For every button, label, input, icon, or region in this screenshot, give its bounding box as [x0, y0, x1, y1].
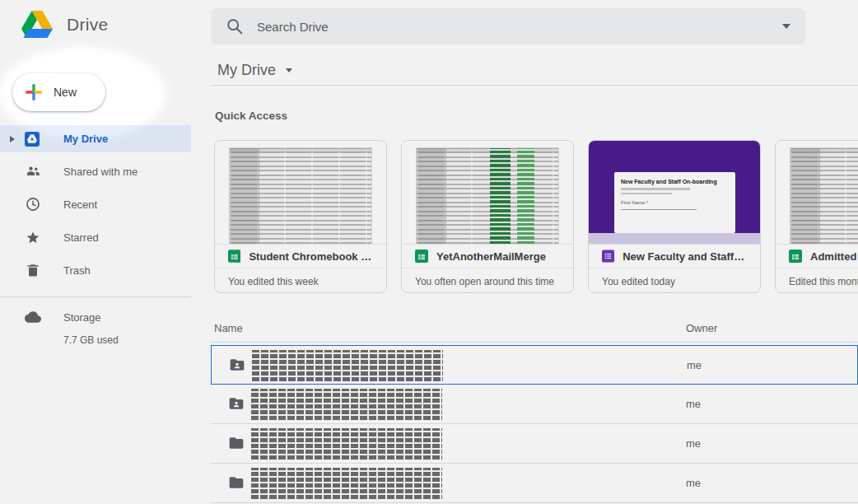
quick-access-heading: Quick Access — [215, 110, 287, 122]
file-thumbnail: New Faculty and Staff On-boarding First … — [589, 141, 760, 245]
new-button[interactable]: New — [12, 73, 105, 111]
sidebar-divider — [0, 296, 191, 297]
file-reason: Edited this mont — [776, 268, 858, 293]
redacted-file-name — [252, 350, 443, 381]
file-thumbnail — [215, 141, 386, 245]
file-reason: You often open around this time — [402, 268, 573, 293]
google-drive-app: Drive My Drive Shared with me — [0, 0, 858, 504]
people-icon — [25, 163, 41, 180]
shared-folder-icon — [229, 357, 245, 373]
my-drive-icon — [25, 132, 40, 147]
sidebar-item-label: My Drive — [63, 133, 108, 145]
page-title[interactable]: My Drive — [217, 62, 292, 79]
sheets-icon — [228, 250, 240, 263]
sidebar-item-recent[interactable]: Recent — [0, 188, 191, 221]
trash-icon — [25, 262, 41, 278]
page-title-text: My Drive — [217, 62, 276, 79]
file-title: Admitted S — [810, 250, 858, 263]
cloud-icon — [25, 309, 41, 329]
forms-icon — [602, 250, 614, 263]
divider — [211, 85, 858, 86]
clock-icon — [25, 196, 41, 212]
shared-folder-icon — [228, 395, 245, 412]
sheets-icon — [789, 250, 802, 263]
form-preview-field: First Name * — [621, 200, 729, 205]
file-thumbnail — [402, 141, 573, 245]
file-title: Student Chromebook C... — [249, 250, 373, 263]
redacted-file-name — [251, 428, 442, 460]
redacted-file-name — [251, 389, 442, 420]
search-icon[interactable] — [226, 17, 244, 35]
star-icon — [25, 229, 41, 245]
quick-access-card[interactable]: YetAnotherMailMerge You often open aroun… — [401, 140, 574, 293]
drive-logo[interactable]: Drive — [21, 11, 109, 38]
sheets-icon — [415, 250, 428, 263]
folder-icon — [228, 474, 245, 491]
file-title: YetAnotherMailMerge — [436, 250, 546, 263]
sidebar-item-starred[interactable]: Starred — [0, 221, 191, 254]
sidebar-item-label: Trash — [63, 264, 91, 277]
search-input[interactable] — [255, 19, 782, 35]
drive-logo-icon — [21, 11, 53, 38]
table-row[interactable]: me — [211, 385, 858, 424]
storage-used: 7.7 GB used — [63, 334, 119, 346]
sidebar-item-trash[interactable]: Trash — [0, 254, 191, 287]
colorful-plus-icon — [23, 82, 44, 103]
sidebar-item-label: Recent — [63, 198, 97, 211]
sidebar-item-label: Shared with me — [63, 166, 138, 178]
search-options-caret-icon[interactable] — [782, 24, 790, 29]
sidebar-item-shared-with-me[interactable]: Shared with me — [0, 155, 191, 188]
form-preview-title: New Faculty and Staff On-boarding — [621, 178, 729, 185]
table-row[interactable]: me — [211, 424, 858, 464]
table-row[interactable]: me — [211, 464, 858, 503]
search-bar[interactable] — [211, 8, 805, 44]
app-title: Drive — [67, 15, 109, 35]
owner-cell: me — [686, 398, 701, 410]
file-reason: You edited today — [589, 268, 760, 293]
divider — [211, 342, 858, 343]
file-reason: You edited this week — [215, 268, 386, 293]
quick-access-card[interactable]: Student Chromebook C... You edited this … — [214, 140, 387, 293]
file-thumbnail — [776, 141, 858, 245]
redacted-file-name — [251, 468, 442, 499]
column-header-owner[interactable]: Owner — [686, 322, 717, 334]
storage-label[interactable]: Storage — [63, 311, 101, 324]
sidebar-item-my-drive[interactable]: My Drive — [0, 125, 191, 152]
column-header-name[interactable]: Name — [214, 322, 243, 334]
expand-arrow-icon[interactable] — [10, 136, 15, 142]
owner-cell: me — [686, 437, 701, 450]
quick-access-card[interactable]: New Faculty and Staff On-boarding First … — [588, 140, 761, 293]
page-title-caret-icon[interactable] — [286, 68, 292, 72]
new-button-label: New — [54, 86, 77, 99]
quick-access-card[interactable]: Admitted S Edited this mont — [775, 140, 858, 293]
owner-cell: me — [687, 359, 702, 371]
sidebar-item-label: Starred — [63, 231, 99, 244]
table-row[interactable]: me — [211, 345, 858, 385]
file-title: New Faculty and Staff O... — [623, 250, 747, 263]
folder-icon — [228, 435, 245, 451]
owner-cell: me — [686, 477, 701, 489]
